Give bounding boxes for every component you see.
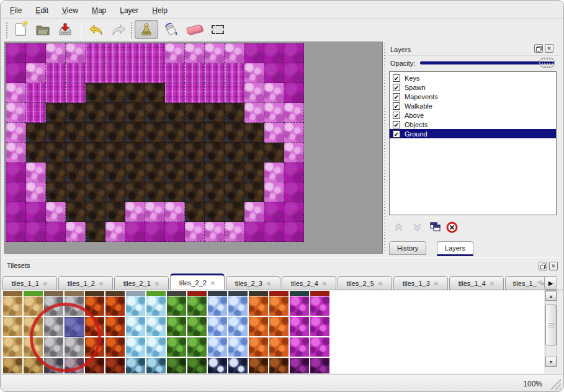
map-tile-magenta-wall-dark[interactable] <box>284 202 304 222</box>
tab-close-icon[interactable]: ✕ <box>154 280 159 287</box>
map-tile-pink-wall-light[interactable] <box>26 163 46 182</box>
map-tile-cave-floor[interactable] <box>105 202 125 222</box>
tileset-tile-partial[interactable] <box>85 291 104 296</box>
tileset-tile-ice[interactable] <box>126 317 145 336</box>
tileset-tile-partial[interactable] <box>65 291 84 296</box>
map-tile-cave-floor[interactable] <box>225 182 244 202</box>
map-tile-cave-floor[interactable] <box>185 103 205 123</box>
map-tile-pink-wall-light[interactable] <box>66 222 86 242</box>
tileset-tile-partial[interactable] <box>310 291 329 296</box>
tileset-tile-lava[interactable] <box>105 296 125 316</box>
menu-layer[interactable]: Layer <box>114 5 144 16</box>
map-tile-cave-floor[interactable] <box>145 163 165 182</box>
tileset-tile-transition[interactable] <box>228 358 248 373</box>
layer-row-ground[interactable]: ✔Ground <box>390 129 556 138</box>
tileset-tile-vine[interactable] <box>167 337 186 357</box>
tileset-tab-tiles_1_3[interactable]: tiles_1_3✕ <box>393 276 448 290</box>
tileset-tab-tiles_2_3[interactable]: tiles_2_3✕ <box>226 276 280 290</box>
tileset-tile-transition[interactable] <box>208 358 227 373</box>
tileset-tile-web[interactable] <box>290 337 309 357</box>
map-tile-cave-floor[interactable] <box>86 103 105 123</box>
map-tile-magenta-wall-dark[interactable] <box>284 63 304 83</box>
map-tile-pink-wall-light[interactable] <box>284 143 304 163</box>
map-tile-pink-wall-light[interactable] <box>225 222 244 242</box>
map-tile-cave-floor[interactable] <box>225 163 244 182</box>
map-tile-magenta-wall[interactable] <box>86 63 105 83</box>
tileset-tile-transition[interactable] <box>290 358 309 373</box>
map-tile-cave-floor[interactable] <box>86 123 105 143</box>
map-tile-cave-floor[interactable] <box>244 163 264 182</box>
map-tile-cave-floor[interactable] <box>46 103 66 123</box>
map-tile-cave-floor[interactable] <box>165 123 185 143</box>
map-tile-cave-floor[interactable] <box>205 202 225 222</box>
map-tile-cave-floor[interactable] <box>66 202 86 222</box>
tileset-tile-ember[interactable] <box>249 337 268 357</box>
map-tile-cave-floor[interactable] <box>26 123 46 143</box>
undo-button[interactable] <box>86 20 107 39</box>
toolbar-grip-2[interactable] <box>130 22 133 38</box>
tilesets-float-button[interactable] <box>539 262 547 270</box>
tileset-canvas[interactable] <box>2 290 544 373</box>
tab-close-icon[interactable]: ✕ <box>43 280 48 287</box>
layer-visibility-checkbox[interactable]: ✔ <box>393 84 400 91</box>
map-tile-magenta-wall[interactable] <box>185 63 205 83</box>
opacity-slider-handle[interactable] <box>539 58 555 68</box>
layer-row-walkable[interactable]: ✔Walkable <box>390 101 556 110</box>
map-tile-cave-floor[interactable] <box>145 123 165 143</box>
map-tile-magenta-wall-dark[interactable] <box>6 182 26 202</box>
tileset-tile-sand[interactable] <box>3 317 22 336</box>
tileset-tile-vine[interactable] <box>187 296 207 316</box>
map-tile-magenta-wall[interactable] <box>225 63 244 83</box>
map-tile-magenta-wall-dark[interactable] <box>6 222 26 242</box>
tileset-tile-web[interactable] <box>310 337 329 357</box>
map-tile-pink-wall-light[interactable] <box>264 83 284 103</box>
map-tile-pink-wall-light[interactable] <box>244 63 264 83</box>
map-tile-magenta-wall[interactable] <box>86 43 105 63</box>
tileset-tile-web[interactable] <box>290 317 309 336</box>
map-tile-pink-wall-light[interactable] <box>145 202 165 222</box>
opacity-slider-track[interactable] <box>420 61 554 65</box>
tab-close-icon[interactable]: ✕ <box>434 280 439 287</box>
tileset-tab-tiles_1_2[interactable]: tiles_1_2✕ <box>58 276 113 290</box>
map-tile-magenta-wall-dark[interactable] <box>264 222 284 242</box>
layers-float-button[interactable] <box>534 44 543 53</box>
layers-close-button[interactable]: ✕ <box>545 44 553 53</box>
lower-layer-button[interactable] <box>410 221 424 233</box>
map-tile-pink-wall-light[interactable] <box>185 222 205 242</box>
tileset-tile-partial[interactable] <box>269 291 289 296</box>
map-tile-cave-floor[interactable] <box>244 123 264 143</box>
map-tile-grid[interactable] <box>6 43 304 242</box>
layer-visibility-checkbox[interactable]: ✔ <box>393 74 400 82</box>
map-tile-cave-floor[interactable] <box>205 123 225 143</box>
menu-view[interactable]: View <box>56 5 84 16</box>
map-tile-pink-wall-light[interactable] <box>46 202 66 222</box>
map-tile-pink-wall-light[interactable] <box>125 202 145 222</box>
map-tile-cave-floor[interactable] <box>105 182 125 202</box>
tileset-tile-ice[interactable] <box>126 337 145 357</box>
tileset-tile-transition[interactable] <box>146 358 166 373</box>
map-tile-cave-floor[interactable] <box>125 182 145 202</box>
tileset-tile-transition[interactable] <box>3 358 22 373</box>
map-tile-cave-floor[interactable] <box>125 103 145 123</box>
tileset-tile-partial[interactable] <box>249 291 268 296</box>
layer-row-objects[interactable]: ✔Objects <box>390 120 556 129</box>
map-tile-magenta-wall-dark[interactable] <box>26 222 46 242</box>
map-tile-cave-floor[interactable] <box>125 143 145 163</box>
map-tile-cave-floor[interactable] <box>244 182 264 202</box>
map-tile-cave-floor[interactable] <box>66 163 86 182</box>
map-tile-magenta-wall[interactable] <box>125 43 145 63</box>
tab-scroll-left-icon[interactable]: ◀ <box>537 278 542 285</box>
map-tile-cave-floor[interactable] <box>26 143 46 163</box>
map-tile-cave-floor[interactable] <box>185 182 205 202</box>
map-tile-magenta-wall-dark[interactable] <box>244 222 264 242</box>
map-tile-pink-wall-light[interactable] <box>264 182 284 202</box>
tilesets-close-button[interactable]: ✕ <box>549 262 558 270</box>
map-tile-cave-floor[interactable] <box>165 143 185 163</box>
map-tile-cave-floor[interactable] <box>86 202 105 222</box>
tileset-tile-ice[interactable] <box>146 337 166 357</box>
tileset-scrollbar[interactable]: ▲ ▼ <box>545 290 557 367</box>
map-tile-magenta-wall-dark[interactable] <box>46 222 66 242</box>
map-tile-pink-wall-light[interactable] <box>165 43 185 63</box>
map-tile-pink-wall-light[interactable] <box>165 202 185 222</box>
layer-row-spawn[interactable]: ✔Spawn <box>390 82 556 92</box>
